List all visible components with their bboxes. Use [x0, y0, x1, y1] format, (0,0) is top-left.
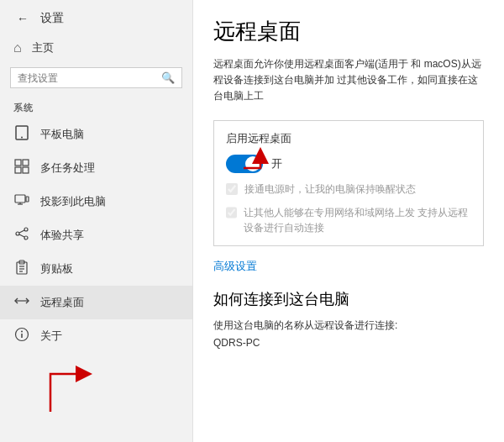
checkbox-network-row: 让其他人能够在专用网络和域网络上发 支持从远程设备进行自动连接 — [226, 205, 471, 235]
clipboard-icon — [13, 260, 30, 278]
svg-rect-3 — [23, 160, 29, 166]
sidebar: ← 设置 ⌂ 主页 🔍 系统 平板电脑 多任务处理 — [0, 0, 193, 442]
sidebar-item-about-label: 关于 — [40, 329, 62, 344]
svg-rect-7 — [26, 197, 29, 202]
sidebar-item-project-label: 投影到此电脑 — [40, 194, 106, 209]
sidebar-item-multitask[interactable]: 多任务处理 — [0, 151, 192, 185]
sidebar-item-remote[interactable]: 远程桌面 — [0, 286, 192, 319]
sidebar-header: ← 设置 — [0, 0, 192, 34]
svg-point-1 — [21, 137, 23, 139]
search-input[interactable] — [18, 72, 161, 84]
enable-remote-section: 启用远程桌面 开 接通电源时，让我的电脑保持唤醒状态 让其他人能够在专用网络和域… — [213, 120, 484, 246]
sidebar-item-clipboard-label: 剪贴板 — [40, 261, 73, 276]
checkbox-power-text: 接通电源时，让我的电脑保持唤醒状态 — [244, 182, 416, 197]
page-description: 远程桌面允许你使用远程桌面客户端(适用于 和 macOS)从远程设备连接到这台电… — [213, 56, 484, 105]
sidebar-item-project[interactable]: 投影到此电脑 — [0, 185, 192, 218]
back-button[interactable]: ← — [13, 10, 32, 27]
svg-rect-5 — [23, 167, 29, 173]
checkbox-power-row: 接通电源时，让我的电脑保持唤醒状态 — [226, 182, 471, 197]
sidebar-item-share-label: 体验共享 — [40, 228, 84, 243]
settings-title: 设置 — [40, 11, 64, 26]
toggle-knob — [245, 156, 260, 171]
how-to-desc: 使用这台电脑的名称从远程设备进行连接: — [213, 318, 484, 334]
project-icon — [13, 192, 30, 211]
svg-rect-2 — [15, 160, 21, 166]
home-label: 主页 — [32, 40, 54, 55]
how-to-title: 如何连接到这台电脑 — [213, 289, 484, 309]
section-label: 系统 — [0, 97, 192, 118]
main-content: 远程桌面 远程桌面允许你使用远程桌面客户端(适用于 和 macOS)从远程设备连… — [193, 0, 504, 442]
sidebar-item-tablet-label: 平板电脑 — [40, 127, 84, 142]
svg-point-11 — [16, 232, 19, 235]
svg-rect-6 — [15, 195, 25, 203]
multitask-icon — [13, 159, 30, 177]
sidebar-item-share[interactable]: 体验共享 — [0, 218, 192, 252]
svg-line-14 — [19, 234, 24, 237]
page-title: 远程桌面 — [213, 17, 484, 46]
checkbox-network-text: 让其他人能够在专用网络和域网络上发 支持从远程设备进行自动连接 — [244, 205, 471, 235]
remote-icon — [13, 293, 30, 312]
tablet-icon — [13, 125, 30, 144]
toggle-row: 开 — [226, 155, 471, 173]
search-icon[interactable]: 🔍 — [161, 71, 175, 84]
pc-name: QDRS-PC — [213, 337, 484, 349]
sidebar-item-about[interactable]: 关于 — [0, 319, 192, 353]
svg-point-12 — [24, 236, 28, 239]
advanced-settings-link[interactable]: 高级设置 — [213, 259, 257, 274]
about-icon — [13, 327, 30, 345]
svg-line-13 — [19, 230, 24, 233]
home-icon: ⌂ — [13, 40, 22, 55]
sidebar-item-remote-label: 远程桌面 — [40, 295, 84, 310]
svg-point-10 — [24, 228, 28, 231]
enable-section-title: 启用远程桌面 — [226, 131, 471, 146]
sidebar-item-tablet[interactable]: 平板电脑 — [0, 118, 192, 151]
remote-toggle[interactable] — [226, 155, 263, 173]
toggle-state-label: 开 — [271, 156, 282, 171]
home-nav-item[interactable]: ⌂ 主页 — [0, 34, 192, 62]
svg-point-23 — [21, 331, 23, 333]
sidebar-item-clipboard[interactable]: 剪贴板 — [0, 252, 192, 286]
power-checkbox[interactable] — [226, 183, 238, 195]
search-box[interactable]: 🔍 — [10, 67, 182, 88]
svg-rect-4 — [15, 167, 21, 173]
sidebar-item-multitask-label: 多任务处理 — [40, 160, 95, 176]
network-checkbox[interactable] — [226, 207, 237, 218]
share-icon — [13, 226, 30, 245]
